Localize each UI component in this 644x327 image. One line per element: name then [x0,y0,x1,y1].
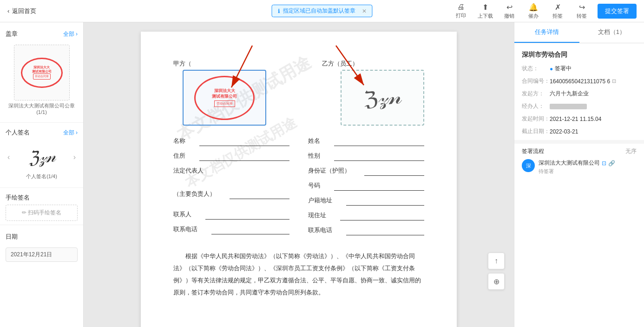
form-row-name: 名称 [173,137,289,146]
upload-button[interactable]: ⬆ 上下载 [477,3,493,20]
scroll-down-button[interactable]: ⊕ [488,273,505,290]
main-responsible-label: （主要负责人） [173,190,216,199]
seal-icon-btn[interactable]: ⊡ [602,160,606,167]
company-seal-item[interactable]: 深圳法大大测试有限公司 劳动合同章 深圳法大大测试有限公司公章(1/1) [0,41,83,119]
scroll-up-button[interactable]: ↑ [488,253,505,269]
tab-document[interactable]: 文档（1） [579,22,644,43]
employee-signature: ℨ𝓏𝓃 [362,85,402,111]
emp-name-label: 姓名 [308,137,320,146]
company-seal-container: 深圳法大大测试有限公司 劳动合同章 [14,45,70,100]
date-label: 日期 [6,233,18,240]
scan-sign-button[interactable]: ✏ 扫码手绘签名 [6,205,78,221]
status-value: ● 签署中 [550,65,572,73]
notification-close[interactable]: ✕ [362,8,367,14]
doc-company-seal: 深圳法大大测试有限公司 劳动合同章 [194,76,255,120]
remind-button[interactable]: 🔔 催办 [525,3,542,20]
current-addr-label: 现住址 [308,211,326,220]
copy-icon[interactable]: ⊡ [612,78,616,84]
emp-phone-field[interactable] [346,226,424,235]
phone-field[interactable] [211,225,289,234]
personal-sign-header: 个人签名 全部 › [0,127,83,140]
doc-page: 本文档仅供测试用途 本文档仅供测试用途 甲方（ [141,32,457,327]
emp-phone-label: 联系电话 [308,226,332,235]
company-seal-box[interactable]: 深圳法大大测试有限公司 劳动合同章 [183,70,266,126]
divider-3 [0,225,83,225]
name-field[interactable] [199,137,289,146]
party-b-sig-box: 乙方（员工） ℨ𝓏𝓃 [322,60,424,126]
address-field[interactable] [199,152,289,161]
print-label: 打印 [456,12,466,19]
scan-icon: ✏ [22,209,28,216]
remind-label: 催办 [528,13,539,20]
initiator-value: 六月十九新企业 [550,90,589,98]
process-name: 深圳法大大测试有限公司 ⊡ 🔗 [539,159,637,167]
task-detail-panel: 深圳市劳动合同 状态： ● 签署中 合同编号： 1640056504213110… [514,43,644,182]
notification-bar: ℹ 指定区域已自动加盖默认签章 ✕ [272,5,373,17]
tab-task-detail[interactable]: 任务详情 [514,22,579,43]
process-avatar: 深 [522,159,535,172]
back-arrow-icon: ‹ [7,7,9,14]
contract-no-value: 164005650421311075 6 ⊡ [550,77,616,85]
reject-icon: ✗ [555,3,561,12]
employee-sig-box[interactable]: ℨ𝓏𝓃 [341,70,424,126]
id-field[interactable] [364,167,424,176]
process-info: 深圳法大大测试有限公司 ⊡ 🔗 待签署 [539,159,637,175]
seal-section-label: 盖章 [6,30,18,38]
personal-all-link[interactable]: 全部 › [63,129,78,137]
start-time-value: 2021-12-21 11.15.04 [550,115,601,123]
initiator-row: 发起方： 六月十九新企业 [522,90,637,98]
back-button[interactable]: ‹ 返回首页 [7,7,36,15]
submit-button[interactable]: 提交签署 [598,4,637,19]
contract-no-text: 164005650421311075 6 [550,78,610,85]
link-icon-btn[interactable]: 🔗 [608,160,615,167]
id-num-field[interactable] [334,181,424,191]
sign-process-no: 无序 [625,147,637,155]
seal-all-link[interactable]: 全部 › [63,30,78,38]
revoke-label: 撤销 [504,13,514,20]
handwrite-label: 手绘签名 [6,194,30,202]
phone-label: 联系电话 [173,225,197,234]
left-sidebar: 盖章 全部 › 深圳法大大测试有限公司 劳动合同章 深圳法大大测试有限公司公章(… [0,22,84,327]
contact-label: 联系人 [173,210,191,220]
reject-button[interactable]: ✗ 拒签 [549,3,566,20]
scan-label: 扫码手绘签名 [28,209,61,216]
process-status: 待签署 [539,168,637,175]
personal-sig-image: ℨ𝓏𝓃 [27,147,56,168]
name-label: 名称 [173,137,185,146]
current-addr-field[interactable] [340,211,424,220]
print-icon: 🖨 [457,3,465,11]
signature-area: 甲方（ 深圳法大大测试有限公司 劳动合同章 乙方（员工） ℨ𝓏𝓃 [173,60,424,126]
date-value: 2021年12月21日 [6,247,78,262]
start-time-row: 发起时间： 2021-12-21 11.15.04 [522,115,637,123]
status-row: 状态： ● 签署中 [522,65,637,73]
form-row-legal-rep: 法定代表人 （主要负责人） [173,167,289,205]
sign-process-header: 签署流程 无序 [522,147,637,155]
print-button[interactable]: 🖨 打印 [453,3,469,19]
initiator-label: 发起方： [522,90,550,98]
revoke-button[interactable]: ↩ 撤销 [501,3,518,20]
domicile-field[interactable] [346,196,424,206]
gender-field[interactable] [334,152,424,161]
seal-inner-text: 劳动合同章 [33,73,51,80]
address-label: 住所 [173,152,185,161]
form-row-domicile: 户籍地址 [308,196,424,206]
contract-no-label: 合同编号： [522,77,550,85]
emp-name-field[interactable] [334,137,424,146]
personal-next-arrow[interactable]: › [73,153,76,161]
status-label: 状态： [522,65,550,73]
form-row-current-addr: 现住址 [308,211,424,220]
notification-area: ℹ 指定区域已自动加盖默认签章 ✕ [272,5,373,17]
remind-icon: 🔔 [529,3,538,12]
form-row-emp-phone: 联系电话 [308,226,424,235]
reject-label: 拒签 [552,13,563,20]
upload-label: 上下载 [478,13,493,20]
scroll-buttons: ↑ ⊕ [488,253,505,290]
notification-text: 指定区域已自动加盖默认签章 [283,7,355,15]
transfer-button[interactable]: ↪ 转签 [573,3,590,20]
handler-blurred [550,104,587,109]
date-section: 日期 [0,229,83,245]
main-responsible-field[interactable] [230,190,289,199]
process-item: 深 深圳法大大测试有限公司 ⊡ 🔗 待签署 [522,159,637,175]
personal-prev-arrow[interactable]: ‹ [7,153,10,161]
contact-field[interactable] [205,210,289,220]
